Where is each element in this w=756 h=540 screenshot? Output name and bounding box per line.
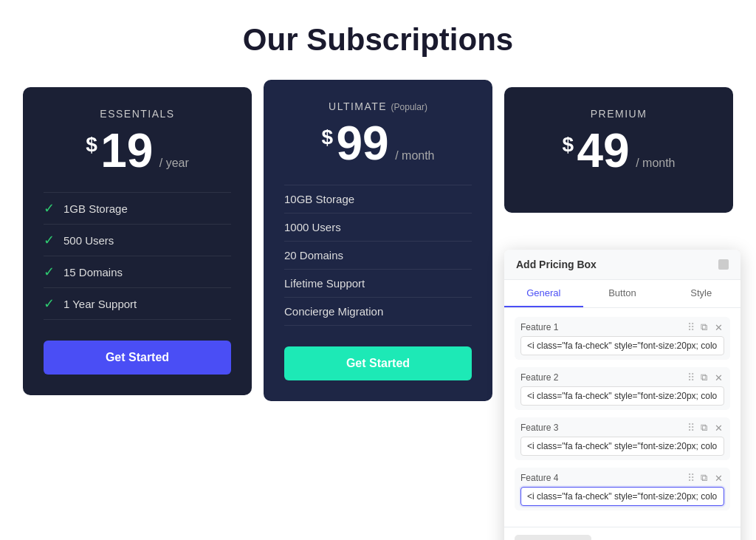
add-feature-button[interactable]: Add Feature	[515, 535, 591, 540]
delete-feature-3-button[interactable]: ✕	[713, 423, 724, 434]
premium-card: PREMIUM $ 49 / month	[504, 87, 733, 213]
feature-3-label: Feature 3	[520, 423, 558, 433]
feature-text: 1000 Users	[284, 221, 341, 233]
essentials-price-symbol: $	[86, 134, 97, 155]
feature-3-actions: ⠿ ⧉ ✕	[687, 422, 724, 434]
feature-4-actions: ⠿ ⧉ ✕	[687, 472, 724, 484]
panel-minimize-button[interactable]	[718, 259, 729, 270]
feature-text: 1GB Storage	[63, 202, 128, 215]
feature-2-input[interactable]	[520, 386, 724, 406]
list-item: ✓ 15 Domains	[44, 256, 231, 288]
list-item: ✓ 1 Year Support	[44, 288, 231, 320]
panel-header: Add Pricing Box	[504, 250, 740, 280]
list-item: ✓ 500 Users	[44, 225, 231, 256]
premium-price-symbol: $	[562, 134, 574, 155]
feature-text: Lifetime Support	[284, 277, 365, 290]
panel-tabs: General Button Style	[504, 280, 740, 308]
essentials-get-started-button[interactable]: Get Started	[44, 341, 231, 375]
panel-body: Feature 1 ⠿ ⧉ ✕ Feature 2	[504, 308, 740, 527]
feature-row-3: Feature 3 ⠿ ⧉ ✕	[515, 417, 730, 460]
ultimate-plan-label: ULTIMATE (Popular)	[284, 100, 472, 112]
feature-text: 20 Domains	[284, 249, 343, 262]
add-pricing-panel: Add Pricing Box General Button Style Fea…	[504, 250, 740, 540]
premium-plan-label: PREMIUM	[525, 108, 712, 120]
feature-3-input[interactable]	[520, 437, 724, 456]
tab-style[interactable]: Style	[662, 280, 740, 307]
essentials-plan-label: ESSENTIALS	[44, 108, 231, 120]
premium-price: $ 49 / month	[525, 127, 712, 174]
delete-feature-4-button[interactable]: ✕	[713, 473, 724, 484]
copy-feature-4-button[interactable]: ⧉	[699, 472, 709, 484]
feature-text: 10GB Storage	[284, 193, 354, 205]
feature-1-actions: ⠿ ⧉ ✕	[687, 321, 724, 333]
feature-row-2-header: Feature 2 ⠿ ⧉ ✕	[520, 372, 724, 383]
feature-text: 15 Domains	[63, 266, 123, 278]
ultimate-price-symbol: $	[321, 127, 333, 148]
delete-feature-1-button[interactable]: ✕	[713, 322, 724, 333]
essentials-price-period: / year	[159, 157, 189, 169]
tab-general[interactable]: General	[504, 280, 583, 307]
ultimate-price-number: 99	[337, 120, 389, 167]
check-icon: ✓	[44, 232, 55, 248]
popular-badge: (Popular)	[391, 102, 427, 112]
drag-handle-icon[interactable]: ⠿	[687, 372, 695, 383]
list-item: Concierge Migration	[284, 298, 472, 326]
feature-1-input[interactable]	[520, 336, 724, 355]
drag-handle-icon[interactable]: ⠿	[687, 321, 695, 333]
list-item: 10GB Storage	[284, 185, 472, 213]
list-item: ✓ 1GB Storage	[44, 192, 231, 225]
premium-card-wrapper: PREMIUM $ 49 / month Add Pricing Box Gen…	[504, 87, 733, 213]
feature-2-label: Feature 2	[520, 372, 558, 383]
feature-row-1-header: Feature 1 ⠿ ⧉ ✕	[520, 321, 724, 333]
ultimate-feature-list: 10GB Storage 1000 Users 20 Domains Lifet…	[284, 185, 472, 326]
ultimate-price: $ 99 / month	[284, 120, 472, 167]
delete-feature-2-button[interactable]: ✕	[713, 372, 724, 383]
premium-price-period: / month	[636, 157, 675, 169]
cards-container: ESSENTIALS $ 19 / year ✓ 1GB Storage ✓ 5…	[15, 87, 741, 401]
feature-1-label: Feature 1	[520, 322, 558, 332]
panel-title: Add Pricing Box	[516, 259, 597, 270]
copy-feature-2-button[interactable]: ⧉	[699, 372, 709, 383]
feature-text: 500 Users	[63, 234, 114, 247]
add-pricing-panel-wrapper: Add Pricing Box General Button Style Fea…	[504, 250, 740, 540]
feature-row-2: Feature 2 ⠿ ⧉ ✕	[515, 367, 730, 410]
ultimate-price-period: / month	[395, 149, 434, 162]
essentials-price: $ 19 / year	[44, 127, 231, 174]
essentials-card: ESSENTIALS $ 19 / year ✓ 1GB Storage ✓ 5…	[23, 87, 252, 395]
premium-price-number: 49	[577, 127, 630, 174]
drag-handle-icon[interactable]: ⠿	[687, 472, 695, 484]
tab-button[interactable]: Button	[583, 280, 662, 307]
feature-text: Concierge Migration	[284, 305, 383, 318]
ultimate-get-started-button[interactable]: Get Started	[284, 346, 472, 380]
panel-footer: Add Feature	[504, 527, 740, 540]
check-icon: ✓	[44, 200, 55, 216]
feature-row-4: Feature 4 ⠿ ⧉ ✕	[515, 468, 730, 510]
check-icon: ✓	[44, 264, 55, 280]
drag-handle-icon[interactable]: ⠿	[687, 422, 695, 434]
ultimate-card: ULTIMATE (Popular) $ 99 / month 10GB Sto…	[264, 80, 492, 401]
feature-4-input[interactable]	[520, 487, 724, 506]
essentials-feature-list: ✓ 1GB Storage ✓ 500 Users ✓ 15 Domains ✓…	[44, 192, 231, 320]
feature-row-3-header: Feature 3 ⠿ ⧉ ✕	[520, 422, 724, 434]
copy-feature-3-button[interactable]: ⧉	[699, 422, 709, 434]
page-title: Our Subscriptions	[243, 22, 513, 58]
feature-4-label: Feature 4	[520, 473, 558, 483]
check-icon: ✓	[44, 295, 55, 312]
essentials-price-number: 19	[100, 127, 153, 174]
feature-row-1: Feature 1 ⠿ ⧉ ✕	[515, 317, 730, 360]
list-item: 1000 Users	[284, 213, 472, 242]
list-item: Lifetime Support	[284, 270, 472, 298]
copy-feature-1-button[interactable]: ⧉	[699, 321, 709, 333]
feature-text: 1 Year Support	[63, 298, 137, 310]
feature-row-4-header: Feature 4 ⠿ ⧉ ✕	[520, 472, 724, 484]
list-item: 20 Domains	[284, 242, 472, 270]
feature-2-actions: ⠿ ⧉ ✕	[687, 372, 724, 383]
